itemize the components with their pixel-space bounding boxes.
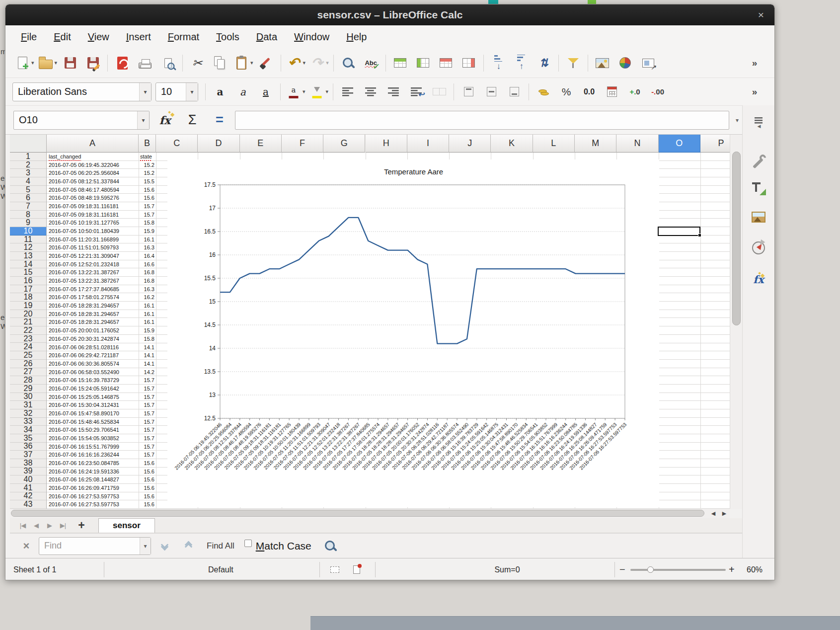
cell-B22[interactable]: 15.9 — [139, 326, 156, 335]
cell-A38[interactable]: 2016-07-06 16:23:50.084785 — [47, 459, 139, 468]
cell-B14[interactable]: 16.6 — [139, 260, 156, 269]
column-header-D[interactable]: D — [198, 135, 239, 153]
bold-button[interactable]: a — [209, 80, 231, 103]
sheet-position-label[interactable]: Sheet 1 of 1 — [13, 558, 56, 580]
percent-button[interactable]: % — [555, 80, 577, 103]
cell-A35[interactable]: 2016-07-06 15:54:05.903852 — [47, 434, 139, 443]
row-header-3[interactable]: 3 — [10, 169, 46, 177]
save-as-button[interactable] — [82, 52, 104, 75]
functions-button[interactable]: fx — [748, 269, 769, 290]
cell-A4[interactable]: 2016-07-05 08:12:51.337844 — [47, 177, 139, 186]
cell-B16[interactable]: 16.8 — [139, 277, 156, 285]
cell-A15[interactable]: 2016-07-05 13:22:31.387267 — [47, 268, 139, 277]
print-preview-button[interactable] — [157, 52, 179, 75]
formula-input[interactable] — [235, 111, 729, 130]
find-all-label[interactable]: Find All — [207, 541, 234, 551]
column-header-E[interactable]: E — [240, 135, 282, 153]
cell-B19[interactable]: 16.1 — [139, 302, 156, 310]
clone-formatting-button[interactable] — [255, 52, 277, 75]
sum-status-label[interactable]: Sum=0 — [466, 558, 548, 580]
cell-B12[interactable]: 16.3 — [139, 243, 156, 252]
font-name-combo[interactable]: Liberation Sans▾ — [12, 82, 152, 101]
vertical-scrollbar[interactable] — [730, 135, 742, 509]
row-header-6[interactable]: 6 — [10, 194, 46, 202]
cell-A26[interactable]: 2016-07-06 06:30:36.805574 — [47, 360, 139, 368]
cell-A18[interactable]: 2016-07-05 17:58:01.275574 — [47, 293, 139, 302]
cell-B29[interactable]: 15.7 — [139, 385, 156, 393]
font-size-combo-dropdown-icon[interactable]: ▾ — [186, 83, 198, 101]
menu-file[interactable]: File — [12, 28, 45, 46]
cell-A1[interactable]: last_changed — [47, 153, 139, 161]
redo-button[interactable]: ↷▾ — [307, 52, 330, 75]
cell-B2[interactable]: 15.2 — [139, 161, 156, 169]
cell-A23[interactable]: 2016-07-05 20:30:31.242874 — [47, 335, 139, 343]
row-header-26[interactable]: 26 — [10, 360, 46, 368]
cell-A7[interactable]: 2016-07-05 09:18:31.116181 — [47, 202, 139, 211]
align-bottom-button[interactable] — [503, 80, 525, 103]
italic-button[interactable]: a — [232, 80, 254, 103]
sort-button[interactable]: ⇅ — [533, 52, 555, 75]
cell-B20[interactable]: 16.1 — [139, 310, 156, 318]
add-sheet-button[interactable]: + — [73, 519, 90, 532]
save-button[interactable] — [59, 52, 81, 75]
cell-A21[interactable]: 2016-07-05 18:28:31.294657 — [47, 318, 139, 326]
delete-decimal-button[interactable]: -.00 — [647, 80, 669, 103]
row-header-20[interactable]: 20 — [10, 310, 46, 318]
cell-B34[interactable]: 15.7 — [139, 426, 156, 434]
column-header-J[interactable]: J — [449, 135, 491, 153]
row-header-28[interactable]: 28 — [10, 376, 46, 385]
cell-A2[interactable]: 2016-07-05 06:19:45.322046 — [47, 161, 139, 169]
selection-mode-icon[interactable] — [330, 566, 339, 573]
find-input[interactable] — [39, 537, 151, 555]
cell-A13[interactable]: 2016-07-05 12:21:31.309047 — [47, 252, 139, 260]
row-header-33[interactable]: 33 — [10, 418, 46, 426]
cell-B39[interactable]: 15.6 — [139, 468, 156, 476]
cell-B17[interactable]: 16.3 — [139, 285, 156, 294]
vertical-scrollbar-thumb[interactable] — [732, 152, 741, 325]
column-header-L[interactable]: L — [533, 135, 575, 153]
align-center-button[interactable] — [360, 80, 382, 103]
menu-window[interactable]: Window — [286, 28, 338, 46]
sidebar-settings-button[interactable]: ◀ — [748, 112, 769, 133]
cell-A10[interactable]: 2016-07-05 10:50:01.180439 — [47, 227, 139, 236]
find-previous-button[interactable] — [178, 537, 199, 555]
row-header-19[interactable]: 19 — [10, 302, 46, 310]
undo-button[interactable]: ↶▾ — [285, 52, 307, 75]
cell-B36[interactable]: 15.7 — [139, 443, 156, 451]
insert-object-button[interactable]: ↗ — [637, 52, 659, 75]
last-sheet-button[interactable]: ▶| — [56, 522, 70, 529]
name-box[interactable] — [13, 111, 150, 130]
title-bar[interactable]: sensor.csv – LibreOffice Calc × — [5, 4, 774, 25]
menu-edit[interactable]: Edit — [45, 28, 79, 46]
cell-A12[interactable]: 2016-07-05 11:51:01.509793 — [47, 243, 139, 252]
row-header-16[interactable]: 16 — [10, 277, 46, 285]
cell-B1[interactable]: state — [139, 153, 156, 161]
wrap-text-button[interactable]: ↩ — [405, 80, 427, 103]
row-header-17[interactable]: 17 — [10, 285, 46, 294]
cell-B11[interactable]: 16.1 — [139, 236, 156, 244]
cell-A32[interactable]: 2016-07-06 15:47:58.890170 — [47, 409, 139, 418]
font-size-combo[interactable]: 10▾ — [155, 82, 198, 101]
close-find-bar-button[interactable]: × — [16, 537, 37, 555]
column-header-B[interactable]: B — [139, 135, 156, 153]
cell-B13[interactable]: 16.4 — [139, 252, 156, 260]
cell-B42[interactable]: 15.6 — [139, 492, 156, 501]
open-button[interactable]: ▾ — [36, 52, 59, 75]
row-header-8[interactable]: 8 — [10, 211, 46, 219]
cell-B10[interactable]: 15.9 — [139, 227, 156, 236]
embedded-chart[interactable]: Temperature Aare12.51313.51414.51515.516… — [167, 159, 659, 507]
row-header-7[interactable]: 7 — [10, 202, 46, 211]
cell-B40[interactable]: 15.6 — [139, 475, 156, 484]
navigator-button[interactable] — [748, 237, 769, 258]
cell-A24[interactable]: 2016-07-06 06:28:51.028116 — [47, 343, 139, 352]
cell-A43[interactable]: 2016-07-06 16:27:53.597753 — [47, 500, 139, 509]
cell-A28[interactable]: 2016-07-06 15:16:39.783729 — [47, 376, 139, 385]
row-header-11[interactable]: 11 — [10, 236, 46, 244]
scroll-left-icon[interactable]: ◀ — [708, 509, 719, 518]
cell-A33[interactable]: 2016-07-06 15:48:46.525834 — [47, 418, 139, 426]
expand-formula-bar-icon[interactable]: ▾ — [733, 117, 742, 124]
row-header-23[interactable]: 23 — [10, 335, 46, 343]
cell-B23[interactable]: 15.8 — [139, 335, 156, 343]
cell-A22[interactable]: 2016-07-05 20:00:01.176052 — [47, 326, 139, 335]
format-number-button[interactable]: 0.0 — [578, 80, 600, 103]
